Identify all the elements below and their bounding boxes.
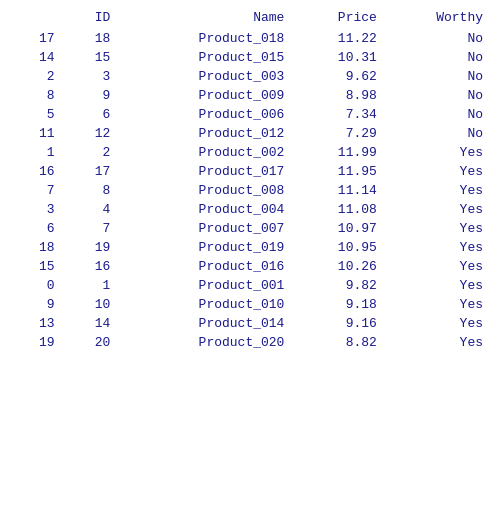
cell-name: Product_020 [120, 333, 294, 352]
cell-id: 17 [69, 162, 121, 181]
cell-price: 10.31 [294, 48, 386, 67]
header-index [10, 8, 69, 29]
cell-worthy: Yes [387, 238, 493, 257]
cell-price: 11.08 [294, 200, 386, 219]
cell-worthy: No [387, 29, 493, 48]
cell-price: 10.97 [294, 219, 386, 238]
cell-id: 2 [69, 143, 121, 162]
cell-index: 5 [10, 105, 69, 124]
cell-price: 10.95 [294, 238, 386, 257]
cell-id: 15 [69, 48, 121, 67]
cell-name: Product_012 [120, 124, 294, 143]
table-row: 1516Product_01610.26Yes [10, 257, 493, 276]
header-worthy: Worthy [387, 8, 493, 29]
header-name: Name [120, 8, 294, 29]
cell-name: Product_008 [120, 181, 294, 200]
cell-worthy: Yes [387, 143, 493, 162]
table-row: 1314Product_0149.16Yes [10, 314, 493, 333]
cell-name: Product_017 [120, 162, 294, 181]
cell-index: 8 [10, 86, 69, 105]
cell-price: 8.98 [294, 86, 386, 105]
cell-name: Product_002 [120, 143, 294, 162]
cell-price: 11.99 [294, 143, 386, 162]
cell-worthy: Yes [387, 333, 493, 352]
cell-index: 13 [10, 314, 69, 333]
cell-id: 14 [69, 314, 121, 333]
cell-name: Product_006 [120, 105, 294, 124]
header-id: ID [69, 8, 121, 29]
cell-worthy: No [387, 48, 493, 67]
cell-id: 3 [69, 67, 121, 86]
cell-price: 8.82 [294, 333, 386, 352]
cell-price: 11.14 [294, 181, 386, 200]
cell-price: 10.26 [294, 257, 386, 276]
cell-worthy: Yes [387, 162, 493, 181]
cell-name: Product_010 [120, 295, 294, 314]
cell-id: 1 [69, 276, 121, 295]
cell-index: 0 [10, 276, 69, 295]
cell-index: 6 [10, 219, 69, 238]
cell-id: 18 [69, 29, 121, 48]
table-row: 34Product_00411.08Yes [10, 200, 493, 219]
cell-worthy: No [387, 124, 493, 143]
cell-index: 7 [10, 181, 69, 200]
table-row: 1415Product_01510.31No [10, 48, 493, 67]
cell-index: 3 [10, 200, 69, 219]
cell-name: Product_016 [120, 257, 294, 276]
table-container: ID Name Price Worthy 1718Product_01811.2… [0, 0, 503, 360]
table-row: 1617Product_01711.95Yes [10, 162, 493, 181]
cell-worthy: Yes [387, 200, 493, 219]
cell-worthy: Yes [387, 276, 493, 295]
cell-worthy: Yes [387, 181, 493, 200]
cell-index: 9 [10, 295, 69, 314]
cell-price: 9.82 [294, 276, 386, 295]
cell-id: 9 [69, 86, 121, 105]
cell-index: 15 [10, 257, 69, 276]
cell-name: Product_009 [120, 86, 294, 105]
cell-price: 9.62 [294, 67, 386, 86]
table-row: 1819Product_01910.95Yes [10, 238, 493, 257]
cell-name: Product_014 [120, 314, 294, 333]
cell-worthy: Yes [387, 295, 493, 314]
cell-index: 14 [10, 48, 69, 67]
table-row: 78Product_00811.14Yes [10, 181, 493, 200]
cell-id: 10 [69, 295, 121, 314]
table-row: 23Product_0039.62No [10, 67, 493, 86]
cell-price: 9.16 [294, 314, 386, 333]
table-row: 01Product_0019.82Yes [10, 276, 493, 295]
cell-name: Product_004 [120, 200, 294, 219]
cell-index: 1 [10, 143, 69, 162]
cell-id: 16 [69, 257, 121, 276]
table-row: 12Product_00211.99Yes [10, 143, 493, 162]
cell-price: 7.29 [294, 124, 386, 143]
cell-id: 19 [69, 238, 121, 257]
cell-worthy: No [387, 67, 493, 86]
cell-name: Product_019 [120, 238, 294, 257]
cell-id: 4 [69, 200, 121, 219]
table-row: 56Product_0067.34No [10, 105, 493, 124]
cell-worthy: No [387, 105, 493, 124]
cell-name: Product_018 [120, 29, 294, 48]
cell-id: 7 [69, 219, 121, 238]
table-row: 1920Product_0208.82Yes [10, 333, 493, 352]
data-table: ID Name Price Worthy 1718Product_01811.2… [10, 8, 493, 352]
cell-price: 7.34 [294, 105, 386, 124]
cell-name: Product_007 [120, 219, 294, 238]
header-price: Price [294, 8, 386, 29]
cell-index: 2 [10, 67, 69, 86]
cell-index: 19 [10, 333, 69, 352]
cell-worthy: Yes [387, 257, 493, 276]
cell-worthy: Yes [387, 314, 493, 333]
cell-index: 18 [10, 238, 69, 257]
cell-index: 17 [10, 29, 69, 48]
cell-name: Product_001 [120, 276, 294, 295]
cell-price: 9.18 [294, 295, 386, 314]
cell-index: 16 [10, 162, 69, 181]
cell-id: 12 [69, 124, 121, 143]
cell-id: 8 [69, 181, 121, 200]
table-row: 1112Product_0127.29No [10, 124, 493, 143]
table-row: 910Product_0109.18Yes [10, 295, 493, 314]
cell-id: 20 [69, 333, 121, 352]
table-row: 89Product_0098.98No [10, 86, 493, 105]
cell-worthy: Yes [387, 219, 493, 238]
